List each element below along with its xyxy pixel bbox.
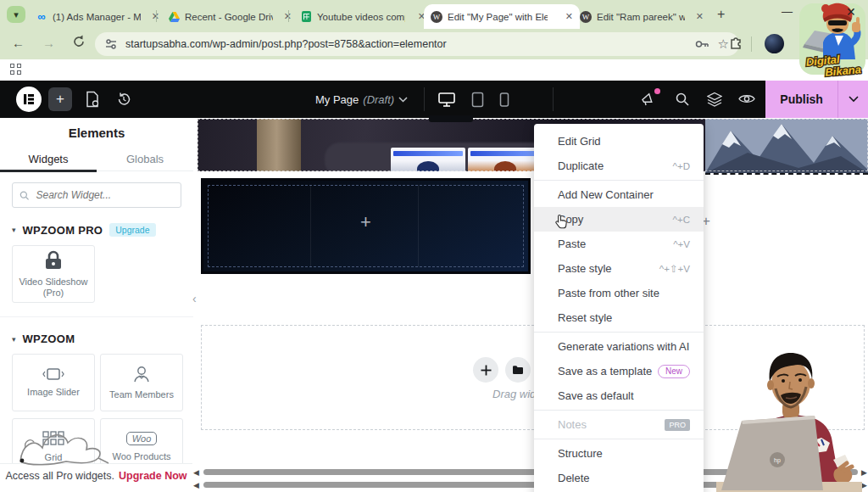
scroll-right-icon[interactable]: ▶ bbox=[861, 481, 867, 489]
notification-dot bbox=[654, 88, 660, 94]
section-wpzoom-pro[interactable]: ▾ WPZOOM PRO Upgrade bbox=[12, 223, 181, 237]
site-settings-icon[interactable] bbox=[105, 38, 117, 50]
browser-tab-ram-pareek[interactable]: W Edit "Ram pareek" with E ✕ bbox=[573, 4, 710, 29]
context-menu: Edit Grid Duplicate^+D Add New Container… bbox=[534, 124, 704, 492]
presenter-webcam-overlay: hp bbox=[716, 333, 862, 492]
scroll-left-icon[interactable]: ◀ bbox=[193, 468, 199, 477]
browser-tab-strip: ▾ ∞ (1) Ads Manager - Manag ✕ Recent - G… bbox=[0, 0, 868, 29]
tablet-device-icon[interactable] bbox=[471, 92, 484, 108]
menu-item-reset-style[interactable]: Reset style bbox=[534, 305, 704, 330]
add-new-section-button[interactable] bbox=[473, 357, 498, 383]
mountain-image[interactable] bbox=[705, 119, 868, 175]
add-element-button[interactable]: + bbox=[48, 87, 72, 111]
menu-item-structure[interactable]: Structure bbox=[534, 441, 704, 466]
mobile-device-icon[interactable] bbox=[499, 92, 509, 108]
empty-container[interactable]: + bbox=[201, 178, 531, 274]
history-icon[interactable] bbox=[116, 92, 131, 110]
template-library-button[interactable] bbox=[505, 357, 531, 383]
scroll-left-icon[interactable]: ◀ bbox=[193, 481, 199, 489]
elementor-menu-button[interactable] bbox=[16, 87, 42, 112]
finder-search-icon[interactable] bbox=[675, 92, 690, 110]
structure-layers-icon[interactable] bbox=[707, 92, 722, 110]
chevron-down-icon bbox=[849, 96, 859, 103]
publish-options-button[interactable] bbox=[837, 81, 868, 118]
desktop-device-icon[interactable] bbox=[437, 92, 456, 108]
publish-button-group: Publish bbox=[765, 81, 868, 118]
tab-label: Youtube videos complet bbox=[317, 12, 405, 22]
profile-avatar[interactable] bbox=[765, 34, 784, 53]
page-title: My Page bbox=[315, 93, 359, 106]
folder-icon bbox=[512, 365, 524, 375]
menu-item-add-new-container[interactable]: Add New Container bbox=[534, 182, 704, 207]
forward-icon[interactable]: → bbox=[42, 36, 55, 50]
menu-item-delete[interactable]: Delete bbox=[534, 466, 704, 490]
whats-new-icon[interactable] bbox=[641, 92, 657, 110]
url-text[interactable]: startupsabha.com/wp-admin/post.php?post=… bbox=[125, 38, 687, 50]
panel-collapse-icon[interactable]: ‹ bbox=[192, 292, 197, 305]
browser-tab-google-drive[interactable]: Recent - Google Drive ✕ bbox=[161, 4, 298, 29]
new-tab-button[interactable]: + bbox=[717, 7, 725, 22]
preview-eye-icon[interactable] bbox=[738, 92, 755, 109]
topbar-separator bbox=[553, 87, 554, 111]
menu-item-notes[interactable]: NotesPRO bbox=[534, 412, 704, 437]
section-wpzoom[interactable]: ▾ WPZOOM bbox=[12, 333, 181, 345]
extensions-icon[interactable] bbox=[729, 35, 743, 52]
hand-cursor-icon bbox=[554, 214, 568, 229]
tab-search-button[interactable]: ▾ bbox=[7, 6, 25, 23]
browser-tab-my-page-active[interactable]: W Edit "My Page" with Elem ✕ bbox=[424, 4, 580, 29]
password-key-icon[interactable] bbox=[695, 39, 709, 49]
publish-button[interactable]: Publish bbox=[765, 81, 837, 118]
watermark-text-line2: Bikana bbox=[825, 63, 862, 78]
browser-tab-youtube-sheet[interactable]: Youtube videos complet ✕ bbox=[293, 4, 432, 29]
tab-separator bbox=[288, 10, 289, 22]
add-widget-plus-icon[interactable]: + bbox=[203, 211, 528, 233]
tab-close-icon[interactable]: ✕ bbox=[565, 11, 573, 22]
bookmark-star-icon[interactable]: ☆ bbox=[718, 36, 729, 52]
widget-search-box[interactable] bbox=[12, 182, 181, 208]
widget-team-members[interactable]: Team Members bbox=[100, 354, 183, 411]
window-close-button[interactable]: ✕ bbox=[846, 5, 856, 19]
menu-item-paste[interactable]: Paste^+V bbox=[534, 232, 704, 256]
menu-item-paste-style[interactable]: Paste style^+⇧+V bbox=[534, 256, 704, 281]
tab-widgets[interactable]: Widgets bbox=[0, 147, 97, 171]
person-icon bbox=[132, 365, 151, 383]
svg-text:hp: hp bbox=[774, 457, 781, 464]
refresh-icon[interactable] bbox=[72, 35, 86, 51]
window-minimize-button[interactable]: — bbox=[782, 5, 793, 18]
menu-item-generate-variations-ai[interactable]: Generate variations with AI bbox=[534, 334, 704, 359]
browser-toolbar: ← → startupsabha.com/wp-admin/post.php?p… bbox=[0, 29, 868, 59]
back-icon[interactable]: ← bbox=[12, 36, 25, 50]
search-input[interactable] bbox=[34, 188, 174, 202]
tab-separator bbox=[156, 10, 157, 22]
woo-icon: Woo bbox=[126, 432, 158, 445]
tab-label: (1) Ads Manager - Manag bbox=[53, 12, 141, 22]
address-bar[interactable]: startupsabha.com/wp-admin/post.php?post=… bbox=[95, 32, 739, 56]
meta-icon: ∞ bbox=[36, 11, 47, 23]
apps-grid-icon[interactable] bbox=[10, 64, 22, 75]
upgrade-now-link[interactable]: Upgrade Now bbox=[119, 470, 187, 482]
screen: ▾ ∞ (1) Ads Manager - Manag ✕ Recent - G… bbox=[0, 0, 868, 492]
page-title-dropdown[interactable]: My Page (Draft) bbox=[315, 81, 408, 118]
page-settings-icon[interactable] bbox=[85, 91, 100, 111]
scroll-right-icon[interactable]: ▶ bbox=[861, 468, 867, 477]
menu-item-edit-grid[interactable]: Edit Grid bbox=[534, 129, 704, 154]
menu-item-save-as-template[interactable]: Save as a templateNew bbox=[534, 359, 704, 383]
google-drive-icon bbox=[168, 11, 180, 23]
menu-item-duplicate[interactable]: Duplicate^+D bbox=[534, 154, 704, 178]
tab-globals[interactable]: Globals bbox=[97, 147, 193, 171]
menu-item-paste-from-other-site[interactable]: Paste from other site bbox=[534, 281, 704, 305]
menu-divider bbox=[534, 410, 704, 411]
menu-item-save-as-default[interactable]: Save as default bbox=[534, 383, 704, 408]
lock-icon bbox=[44, 250, 63, 271]
panel-divider bbox=[0, 316, 193, 317]
tab-label: Edit "My Page" with Elem bbox=[448, 12, 548, 22]
browser-tab-ads-manager[interactable]: ∞ (1) Ads Manager - Manag ✕ bbox=[29, 4, 166, 29]
widget-image-slider[interactable]: Image Slider bbox=[12, 354, 95, 411]
panel-title: Elements bbox=[0, 118, 193, 147]
upgrade-badge[interactable]: Upgrade bbox=[109, 223, 155, 237]
section-handle[interactable] bbox=[429, 115, 473, 122]
caret-down-icon: ▾ bbox=[12, 335, 16, 344]
page-status: (Draft) bbox=[363, 93, 394, 106]
widget-video-slideshow[interactable]: Video Slideshow (Pro) bbox=[12, 245, 95, 303]
tab-close-icon[interactable]: ✕ bbox=[696, 11, 704, 22]
